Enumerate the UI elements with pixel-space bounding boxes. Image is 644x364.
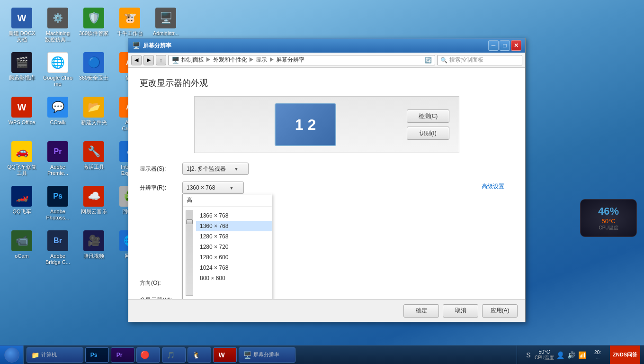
window-title: 屏幕分辨率	[143, 42, 488, 50]
tray-person-icon[interactable]: 👤	[555, 350, 565, 360]
icon-label: Google Chrome	[42, 75, 74, 87]
window-footer: 确定 取消 应用(A)	[128, 299, 525, 322]
icon-adobe-bridge[interactable]: Br AdobeBridge C...	[41, 228, 75, 270]
resolution-option-4[interactable]: 1280 × 600	[196, 252, 272, 263]
window-content: 更改显示器的外观 1 2 检测(C) 识别(I) 显示器(S): 1|2. 多个…	[128, 68, 525, 299]
pr-icon: Pr	[115, 351, 124, 359]
icon-360safe[interactable]: 🔵 360安全卫士	[77, 49, 111, 92]
icon-qqfeixia2[interactable]: 🏎️ QQ飞车	[5, 183, 39, 226]
minimize-button[interactable]: ─	[488, 40, 499, 51]
icon-new-folder[interactable]: 📂 新建文件夹	[77, 94, 111, 136]
taskbar-wps-btn[interactable]: W	[213, 347, 237, 363]
icon-google-chrome[interactable]: 🌐 Google Chrome	[41, 49, 75, 92]
icon-wps[interactable]: W WPS Office	[5, 94, 39, 136]
resolution-option-0[interactable]: 1366 × 768	[196, 210, 272, 221]
start-orb-icon	[4, 347, 19, 363]
resolution-option-1[interactable]: 644 × 364	[196, 221, 272, 231]
resolution-popup: 高 1366 × 768 644 × 364 1280 × 768 1280 …	[182, 194, 272, 299]
icon-360-manager[interactable]: 🛡️ 360软件管家	[77, 5, 111, 47]
icon-qqfeixia-repair[interactable]: 🚗 QQ飞车修复工具	[5, 138, 39, 181]
icon-machining[interactable]: ⚙️ Machining数控仿具...	[41, 5, 75, 47]
taskbar-ps-btn[interactable]: Ps	[85, 347, 109, 363]
control-panel-window: 🖥️ 屏幕分辨率 ─ □ ✕ ◀ ▶ ↑ 🖥️ 控制面板 ▶ 外观和个性化 ▶ …	[128, 38, 526, 322]
icon-adobe-ps[interactable]: Ps AdobePhotoss...	[41, 183, 75, 226]
window-controls: ─ □ ✕	[488, 40, 521, 51]
ok-button[interactable]: 确定	[403, 304, 439, 318]
resolution-option-5[interactable]: 1024 × 768	[196, 263, 272, 273]
taskbar-360-btn[interactable]: 🔴	[136, 347, 160, 363]
resolution-dropdown[interactable]: 644 × 364 ▼	[182, 182, 244, 194]
back-button[interactable]: ◀	[131, 55, 142, 65]
resolution-option-3[interactable]: 1280 × 720	[196, 242, 272, 252]
cpu-meter-widget: 46% 50°C CPU温度	[580, 199, 637, 237]
icon-cctalk[interactable]: 💬 CCtalk	[41, 94, 75, 136]
cpu-percent: 46%	[598, 205, 619, 218]
forward-button[interactable]: ▶	[143, 55, 154, 65]
icon-activate[interactable]: 🔧 激活工具	[77, 138, 111, 181]
slider-high-label: 高	[183, 194, 272, 207]
ctrl-icon: 🖥️	[243, 351, 251, 359]
taskbar-folder-btn[interactable]: 📁 计算机	[27, 347, 83, 363]
display-row: 显示器(S): 1|2. 多个监视器 ▼	[140, 163, 514, 175]
taskbar-qqmusic-btn[interactable]: 🎵	[162, 347, 186, 363]
tray-signal-icon[interactable]: 📶	[577, 350, 587, 360]
detect-button[interactable]: 检测(C)	[407, 109, 449, 123]
taskbar-items: 📁 计算机 Ps Pr 🔴 🎵 🐧 W 🖥️ 屏幕	[24, 346, 517, 364]
dropdown-arrow-icon: ▼	[234, 166, 239, 172]
apply-button[interactable]: 应用(A)	[482, 304, 518, 318]
taskbar-qq-btn[interactable]: 🐧	[188, 347, 211, 363]
icon-label: oCam	[15, 253, 28, 259]
taskbar: 📁 计算机 Ps Pr 🔴 🎵 🐧 W 🖥️ 屏幕	[0, 345, 644, 364]
display-value: 1|2. 多个监视器	[187, 165, 226, 173]
taskbar-ctrl-btn[interactable]: 🖥️ 屏幕分辨率	[239, 347, 295, 363]
maximize-button[interactable]: □	[500, 40, 510, 51]
qq-icon: 🐧	[192, 351, 200, 359]
qqmusic-icon: 🎵	[166, 351, 175, 359]
resolution-option-6[interactable]: 800 × 600	[196, 273, 272, 283]
resolution-slider-thumb[interactable]	[186, 219, 193, 224]
taskbar-ctrl-label: 屏幕分辨率	[253, 351, 279, 358]
close-button[interactable]: ✕	[511, 40, 521, 51]
icon-label: Machining数控仿具...	[45, 30, 70, 43]
icon-tencent-video2[interactable]: 🎥 腾讯视频	[77, 228, 111, 270]
icon-adobe-premiere[interactable]: Pr AdobePremie...	[41, 138, 75, 181]
advanced-link[interactable]: 高级设置	[482, 183, 504, 190]
icon-label: QQ飞车	[12, 209, 31, 215]
resolution-slider-track[interactable]	[186, 210, 193, 296]
resolution-control: 644 × 364 ▼ 高 1366 × 768 1360 × 76	[182, 182, 244, 194]
icon-label: WPS Office	[9, 119, 36, 126]
start-button[interactable]	[0, 346, 24, 364]
icon-netease-music[interactable]: ☁️ 网易云音乐	[77, 183, 111, 226]
address-bar: ◀ ▶ ↑ 🖥️ 控制面板 ▶ 外观和个性化 ▶ 显示 ▶ 屏幕分辨率 🔄 🔍 …	[128, 53, 525, 68]
tray-sougou-icon[interactable]: S	[524, 350, 533, 360]
icon-label: 腾迅影视库	[9, 75, 35, 81]
taskbar-pr-btn[interactable]: Pr	[111, 347, 134, 363]
icon-label: 千牛工作台	[117, 30, 143, 36]
icon-tencent-video[interactable]: 🎬 腾迅影视库	[5, 49, 39, 92]
360-icon: 🔴	[141, 351, 149, 359]
page-title: 更改显示器的外观	[140, 77, 514, 89]
multi-display-label: 多显示器(M):	[140, 296, 182, 300]
znds-badge[interactable]: ZNDS问答	[610, 346, 640, 364]
up-button[interactable]: ↑	[156, 55, 166, 65]
resolution-option-2[interactable]: 1280 × 768	[196, 231, 272, 242]
cancel-button[interactable]: 取消	[443, 304, 478, 318]
icon-label: Administr...	[153, 30, 179, 36]
icon-label: AdobePremie...	[47, 164, 68, 176]
cpu-temp: 50°C	[601, 218, 615, 225]
identify-button[interactable]: 识别(I)	[407, 127, 449, 140]
address-refresh-icon[interactable]: 🔄	[425, 57, 432, 64]
icon-label: AdobePhotoss...	[46, 209, 70, 221]
icon-label: 激活工具	[83, 164, 104, 170]
icon-xinjian-docx[interactable]: W 新建 DOCX文档	[5, 5, 39, 47]
display-dropdown[interactable]: 1|2. 多个监视器 ▼	[182, 163, 249, 175]
icon-ocam[interactable]: 📹 oCam	[5, 228, 39, 270]
breadcrumb-path[interactable]: 🖥️ 控制面板 ▶ 外观和个性化 ▶ 显示 ▶ 屏幕分辨率 🔄	[168, 55, 435, 65]
taskbar-folder-label: 计算机	[41, 351, 57, 358]
search-box[interactable]: 🔍 搜索控制面板	[437, 55, 522, 65]
resolution-slider-area: 1366 × 768 644 × 364 1280 × 768 1280 × …	[183, 207, 272, 299]
tray-speaker-icon[interactable]: 🔊	[566, 350, 576, 360]
monitor-preview: 1 2 检测(C) 识别(I)	[194, 96, 459, 153]
ps-icon: Ps	[89, 351, 98, 359]
wps-icon: W	[217, 351, 226, 359]
